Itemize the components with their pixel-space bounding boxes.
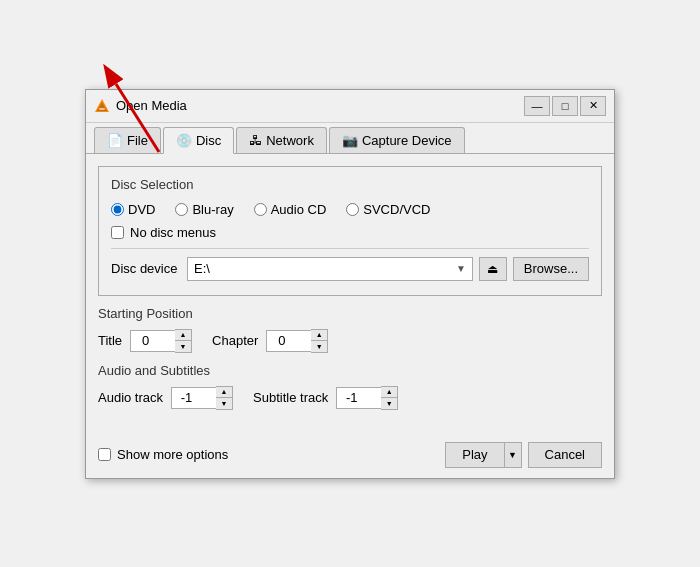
tab-disc[interactable]: 💿 Disc bbox=[163, 127, 234, 154]
bottom-area: Show more options Play ▼ Cancel bbox=[86, 432, 614, 478]
starting-position-section: Starting Position Title ▲ ▼ Chapter bbox=[98, 306, 602, 353]
device-combo[interactable]: E:\ ▼ bbox=[187, 257, 473, 281]
tab-network[interactable]: 🖧 Network bbox=[236, 127, 327, 153]
title-field-group: Title ▲ ▼ bbox=[98, 329, 192, 353]
capture-tab-label: Capture Device bbox=[362, 133, 452, 148]
audio-track-field-group: Audio track ▲ ▼ bbox=[98, 386, 233, 410]
bluray-label: Blu-ray bbox=[192, 202, 233, 217]
audio-track-input[interactable] bbox=[171, 387, 216, 409]
title-bar-controls: — □ ✕ bbox=[524, 96, 606, 116]
audio-subtitles-label: Audio and Subtitles bbox=[98, 363, 602, 378]
chapter-field-group: Chapter ▲ ▼ bbox=[212, 329, 328, 353]
audio-track-label: Audio track bbox=[98, 390, 163, 405]
tab-content: Disc Selection DVD Blu-ray Audio CD SVC bbox=[86, 153, 614, 432]
dvd-radio-item[interactable]: DVD bbox=[111, 202, 155, 217]
audio-subtitles-section: Audio and Subtitles Audio track ▲ ▼ Subt… bbox=[98, 363, 602, 410]
title-field-label: Title bbox=[98, 333, 122, 348]
file-tab-icon: 📄 bbox=[107, 133, 123, 148]
subtitle-track-input[interactable] bbox=[336, 387, 381, 409]
play-dropdown-button[interactable]: ▼ bbox=[504, 442, 522, 468]
audiocd-label: Audio CD bbox=[271, 202, 327, 217]
bluray-radio-item[interactable]: Blu-ray bbox=[175, 202, 233, 217]
no-disc-menus-label[interactable]: No disc menus bbox=[130, 225, 216, 240]
chapter-spinner-down[interactable]: ▼ bbox=[311, 341, 327, 352]
subtitle-track-spinner-up[interactable]: ▲ bbox=[381, 387, 397, 398]
audio-track-spinner-up[interactable]: ▲ bbox=[216, 387, 232, 398]
cancel-button[interactable]: Cancel bbox=[528, 442, 602, 468]
svcd-radio-item[interactable]: SVCD/VCD bbox=[346, 202, 430, 217]
title-spinner-up[interactable]: ▲ bbox=[175, 330, 191, 341]
audiocd-radio[interactable] bbox=[254, 203, 267, 216]
minimize-button[interactable]: — bbox=[524, 96, 550, 116]
audio-track-spinner-buttons: ▲ ▼ bbox=[216, 386, 233, 410]
disc-tab-icon: 💿 bbox=[176, 133, 192, 148]
device-value: E:\ bbox=[194, 261, 210, 276]
svcd-label: SVCD/VCD bbox=[363, 202, 430, 217]
audio-track-spinner-down[interactable]: ▼ bbox=[216, 398, 232, 409]
chapter-field-label: Chapter bbox=[212, 333, 258, 348]
show-more-checkbox[interactable] bbox=[98, 448, 111, 461]
eject-icon: ⏏ bbox=[487, 262, 498, 276]
play-button[interactable]: Play bbox=[445, 442, 503, 468]
no-disc-menus-checkbox[interactable] bbox=[111, 226, 124, 239]
chapter-spinner-buttons: ▲ ▼ bbox=[311, 329, 328, 353]
subtitle-track-field-group: Subtitle track ▲ ▼ bbox=[253, 386, 398, 410]
svg-rect-2 bbox=[99, 108, 105, 110]
no-disc-menus-row: No disc menus bbox=[111, 225, 589, 240]
browse-button[interactable]: Browse... bbox=[513, 257, 589, 281]
subtitle-track-spinner-buttons: ▲ ▼ bbox=[381, 386, 398, 410]
eject-button[interactable]: ⏏ bbox=[479, 257, 507, 281]
audio-track-spinner: ▲ ▼ bbox=[171, 386, 233, 410]
combo-arrow-icon: ▼ bbox=[456, 263, 466, 274]
show-more-label[interactable]: Show more options bbox=[117, 447, 228, 462]
title-spinner-buttons: ▲ ▼ bbox=[175, 329, 192, 353]
file-tab-label: File bbox=[127, 133, 148, 148]
dvd-radio[interactable] bbox=[111, 203, 124, 216]
dialog-title: Open Media bbox=[116, 98, 187, 113]
show-more-row: Show more options bbox=[98, 447, 228, 462]
title-spinner: ▲ ▼ bbox=[130, 329, 192, 353]
audiocd-radio-item[interactable]: Audio CD bbox=[254, 202, 327, 217]
disc-selection-label: Disc Selection bbox=[111, 177, 589, 192]
disc-type-radio-group: DVD Blu-ray Audio CD SVCD/VCD bbox=[111, 202, 589, 217]
audio-subtitles-fields: Audio track ▲ ▼ Subtitle track ▲ bbox=[98, 386, 602, 410]
tab-file[interactable]: 📄 File bbox=[94, 127, 161, 153]
play-dropdown-arrow-icon: ▼ bbox=[508, 450, 517, 460]
chapter-spinner: ▲ ▼ bbox=[266, 329, 328, 353]
title-input[interactable] bbox=[130, 330, 175, 352]
subtitle-track-spinner-down[interactable]: ▼ bbox=[381, 398, 397, 409]
title-bar: Open Media — □ ✕ bbox=[86, 90, 614, 123]
svcd-radio[interactable] bbox=[346, 203, 359, 216]
subtitle-track-label: Subtitle track bbox=[253, 390, 328, 405]
dvd-label: DVD bbox=[128, 202, 155, 217]
device-row: Disc device E:\ ▼ ⏏ Browse... bbox=[111, 257, 589, 281]
tab-capture[interactable]: 📷 Capture Device bbox=[329, 127, 465, 153]
vlc-icon bbox=[94, 98, 110, 114]
disc-tab-label: Disc bbox=[196, 133, 221, 148]
chapter-spinner-up[interactable]: ▲ bbox=[311, 330, 327, 341]
maximize-button[interactable]: □ bbox=[552, 96, 578, 116]
chapter-input[interactable] bbox=[266, 330, 311, 352]
starting-position-label: Starting Position bbox=[98, 306, 602, 321]
subtitle-track-spinner: ▲ ▼ bbox=[336, 386, 398, 410]
open-media-dialog: Open Media — □ ✕ 📄 File 💿 Disc 🖧 Network… bbox=[85, 89, 615, 479]
title-spinner-down[interactable]: ▼ bbox=[175, 341, 191, 352]
close-button[interactable]: ✕ bbox=[580, 96, 606, 116]
tab-bar: 📄 File 💿 Disc 🖧 Network 📷 Capture Device bbox=[86, 123, 614, 153]
bluray-radio[interactable] bbox=[175, 203, 188, 216]
separator bbox=[111, 248, 589, 249]
title-bar-left: Open Media bbox=[94, 98, 187, 114]
capture-tab-icon: 📷 bbox=[342, 133, 358, 148]
device-label: Disc device bbox=[111, 261, 181, 276]
network-tab-icon: 🖧 bbox=[249, 133, 262, 148]
bottom-buttons: Play ▼ Cancel bbox=[445, 442, 602, 468]
starting-position-fields: Title ▲ ▼ Chapter ▲ bbox=[98, 329, 602, 353]
network-tab-label: Network bbox=[266, 133, 314, 148]
disc-selection-section: Disc Selection DVD Blu-ray Audio CD SVC bbox=[98, 166, 602, 296]
